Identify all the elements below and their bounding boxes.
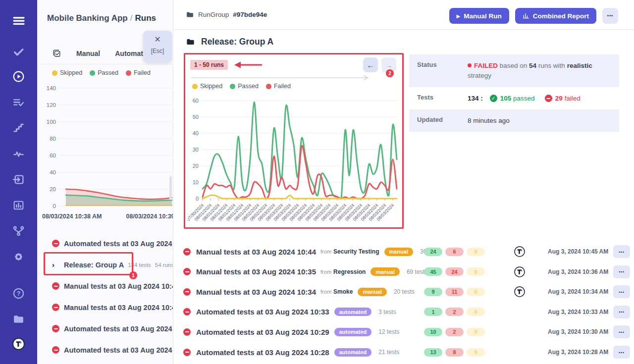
settings-gear-icon[interactable] xyxy=(0,248,37,265)
combined-report-button[interactable]: Combined Report xyxy=(515,8,596,24)
run-type-badge: automated xyxy=(334,308,372,316)
legend-skipped: Skipped xyxy=(60,69,82,76)
run-type-badge: manual xyxy=(370,267,400,276)
tab-manual[interactable]: Manual xyxy=(76,50,100,57)
versions-branch-icon[interactable] xyxy=(0,222,37,240)
x-label-end: 08/03/2024 10:39 AM xyxy=(126,213,173,220)
updated-value: 8 minutes ago xyxy=(468,109,619,132)
list-item[interactable]: Manual tests at 03 Aug 2024 10:42 xyxy=(37,297,173,318)
failed-status-icon xyxy=(183,268,191,275)
tests-row: Tests 134 : ✓ 105 passed 29 failed xyxy=(409,87,619,109)
select-all-icon[interactable] xyxy=(52,49,61,58)
runs-play-icon[interactable] xyxy=(0,67,37,85)
header-more-button[interactable]: ••• xyxy=(602,8,618,24)
failed-chip: 6 xyxy=(445,248,464,256)
breadcrumb: Mobile Banking App/Runs xyxy=(47,13,156,23)
svg-text:50: 50 xyxy=(193,114,199,120)
x-label-start: 08/03/2024 10:38 AM xyxy=(42,213,102,220)
manual-run-label: Manual Run xyxy=(464,12,502,20)
skipped-chip: 0 xyxy=(467,328,485,336)
failed-status-icon xyxy=(183,349,191,356)
row-more-button[interactable]: ••• xyxy=(613,325,630,338)
skipped-chip: 0 xyxy=(467,348,485,357)
row-more-button[interactable]: ••• xyxy=(613,346,630,359)
result-chips: 9 11 0 xyxy=(424,288,485,296)
runs-overview-area-chart: 140120100806040200 xyxy=(38,78,173,210)
manual-run-button[interactable]: ▶ Manual Run xyxy=(449,8,509,24)
test-cases-icon[interactable] xyxy=(0,93,37,111)
tasks-check-icon[interactable] xyxy=(0,43,37,60)
list-item[interactable]: Automated tests at 03 Aug 2024 10:45 xyxy=(37,233,173,254)
failed-dot xyxy=(126,70,131,76)
table-row[interactable]: Automated tests at 03 Aug 2024 10:29 aut… xyxy=(183,322,625,341)
row-more-button[interactable]: ••• xyxy=(613,306,630,318)
analytics-icon[interactable] xyxy=(0,196,37,214)
run-title: Manual tests at 03 Aug 2024 10:34 xyxy=(196,288,316,296)
close-icon[interactable]: ✕ xyxy=(143,36,172,44)
svg-text:10: 10 xyxy=(193,179,199,185)
skipped-chip: 0 xyxy=(467,308,485,316)
run-type-badge: automated xyxy=(334,348,372,357)
menu-icon[interactable] xyxy=(0,12,37,30)
run-from-label: from xyxy=(320,289,331,295)
table-row[interactable]: Manual tests at 03 Aug 2024 10:35 from R… xyxy=(183,262,625,281)
table-row[interactable]: Manual tests at 03 Aug 2024 10:44 from S… xyxy=(183,242,625,261)
rungroup-breadcrumb: RunGroup #97bde94e xyxy=(186,10,267,19)
run-title: Automated tests at 03 Aug 2024 10:29 xyxy=(64,346,173,354)
result-chips: 45 24 0 xyxy=(424,267,485,276)
failed-status-icon xyxy=(183,328,191,336)
svg-text:0: 0 xyxy=(196,196,199,202)
run-title: Automated tests at 03 Aug 2024 10:33 xyxy=(64,325,173,333)
group-tests-count: 134 tests xyxy=(128,262,151,268)
steps-icon[interactable] xyxy=(0,119,37,137)
sign-in-icon[interactable] xyxy=(0,170,37,188)
list-item[interactable]: Automated tests at 03 Aug 2024 10:29 xyxy=(37,339,173,361)
table-row[interactable]: Automated tests at 03 Aug 2024 10:28 aut… xyxy=(183,343,625,362)
svg-text:20: 20 xyxy=(50,186,56,192)
list-item-group-release[interactable]: › Release: Group A 134 tests 54 runs xyxy=(37,254,173,275)
failed-status-icon xyxy=(52,346,59,354)
skipped-dot xyxy=(192,84,198,89)
list-item[interactable]: Automated tests at 03 Aug 2024 10:28 xyxy=(37,361,173,364)
folder-icon xyxy=(186,10,194,19)
passed-chip: 9 xyxy=(424,288,442,296)
run-timestamp: Aug 3, 2024 10:45 AM xyxy=(548,248,606,255)
help-icon[interactable]: ? xyxy=(0,284,37,302)
app-logo[interactable] xyxy=(0,335,37,353)
status-value: FAILED based on 54 runs with realistic s… xyxy=(468,54,619,87)
run-title: Manual tests at 03 Aug 2024 10:35 xyxy=(196,267,316,276)
chevron-right-icon[interactable]: › xyxy=(52,260,54,269)
pulse-icon[interactable] xyxy=(0,145,37,162)
legend-skipped: Skipped xyxy=(200,83,222,90)
passed-chip: 24 xyxy=(424,248,442,256)
row-more-button[interactable]: ••• xyxy=(613,265,630,278)
failed-status-icon xyxy=(52,240,59,247)
panel-scrollbar[interactable] xyxy=(169,176,172,200)
check-circle-icon: ✓ xyxy=(490,95,497,102)
failed-chip: 2 xyxy=(445,328,464,336)
combined-report-label: Combined Report xyxy=(533,12,589,20)
svg-text:30: 30 xyxy=(193,147,199,153)
list-item[interactable]: Automated tests at 03 Aug 2024 10:33 xyxy=(37,318,173,339)
row-more-button[interactable]: ••• xyxy=(613,245,630,258)
failed-status-icon xyxy=(52,304,59,311)
prev-page-button[interactable]: ← xyxy=(363,57,378,72)
svg-text:140: 140 xyxy=(47,85,56,91)
list-item[interactable]: Manual tests at 03 Aug 2024 10:43 xyxy=(37,275,173,297)
esc-dismiss-popup[interactable]: ✕ [Esc] xyxy=(143,31,172,62)
table-row[interactable]: Automated tests at 03 Aug 2024 10:33 aut… xyxy=(183,303,625,321)
failed-dot xyxy=(266,84,271,89)
run-type-badge: manual xyxy=(384,248,414,256)
runs-trend-line-chart: 605040302010007/30/202408/01/202408/01/2… xyxy=(188,94,401,223)
passed-dot xyxy=(230,84,235,89)
tests-total: 134 : xyxy=(468,94,483,104)
run-title: Manual tests at 03 Aug 2024 10:44 xyxy=(196,248,316,256)
breadcrumb-project[interactable]: Mobile Banking App xyxy=(47,13,128,23)
run-tests-count: 12 tests xyxy=(378,328,399,335)
row-more-button[interactable]: ••• xyxy=(613,285,630,298)
app-sidebar: ? xyxy=(0,0,37,364)
passed-chip: 45 xyxy=(424,267,442,276)
projects-folder-icon[interactable] xyxy=(0,310,37,328)
table-row[interactable]: Manual tests at 03 Aug 2024 10:34 from S… xyxy=(183,282,625,301)
rungroup-id: #97bde94e xyxy=(233,11,267,18)
